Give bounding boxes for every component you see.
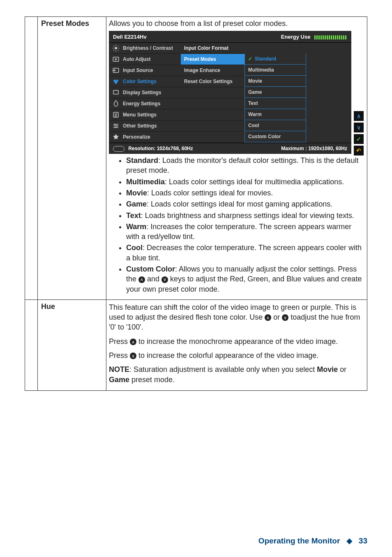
menu-energy-settings[interactable]: Energy Settings <box>109 98 181 109</box>
footer-title: Operating the Monitor <box>258 536 340 545</box>
up-key-icon: ∧ <box>138 276 145 283</box>
svg-point-23 <box>116 125 118 126</box>
bullet-text: Text: Loads brightness and sharpness set… <box>126 211 362 220</box>
bullet-multimedia: Multimedia: Loads color settings ideal f… <box>126 177 362 187</box>
row-label-preset: Preset Modes <box>38 17 106 300</box>
osd-up-button[interactable]: ∧ <box>354 111 364 121</box>
sub-image-enhance[interactable]: Image Enhance <box>181 65 244 76</box>
hue-p1: This feature can shift the color of the … <box>109 302 364 332</box>
menu-input-source[interactable]: Input Source <box>109 65 181 76</box>
osd-energy-label: Energy Use <box>281 34 311 40</box>
menu-menu-settings[interactable]: Menu Settings <box>109 109 181 121</box>
sub-preset-modes[interactable]: Preset Modes <box>181 54 244 65</box>
sub-empty <box>181 109 244 121</box>
menu-settings-icon <box>112 111 120 118</box>
opt-multimedia[interactable]: Multimedia <box>244 65 306 76</box>
sub-empty <box>181 87 244 98</box>
osd-maximum: Maximum : 1920x1080, 60Hz <box>281 145 347 152</box>
opt-warm[interactable]: Warm <box>244 109 306 120</box>
opt-custom[interactable]: Custom Color <box>244 131 306 142</box>
up-key-icon: ∧ <box>265 314 271 321</box>
sub-reset-color[interactable]: Reset Color Settings <box>181 76 244 87</box>
osd-options: ✓ Standard Multimedia Movie Game Text Wa… <box>244 43 306 143</box>
menu-personalize[interactable]: Personalize <box>109 132 181 143</box>
osd-screenshot: Dell E2214Hv Energy Use Brightness / Con… <box>109 31 351 154</box>
down-key-icon: ∨ <box>130 353 136 359</box>
display-settings-icon <box>112 89 120 96</box>
svg-point-24 <box>115 127 116 128</box>
sub-header: Input Color Format <box>181 43 244 54</box>
footer-separator-icon: ◆ <box>346 536 353 545</box>
personalize-icon <box>112 133 120 141</box>
svg-rect-14 <box>113 91 118 94</box>
osd-sub-menu: Input Color Format Preset Modes Image En… <box>181 43 244 143</box>
settings-table: Preset Modes Allows you to choose from a… <box>25 16 367 391</box>
svg-line-7 <box>113 50 114 51</box>
menu-color-settings[interactable]: Color Settings <box>109 76 181 87</box>
opt-text[interactable]: Text <box>244 98 306 109</box>
bullet-cool: Cool: Decreases the color temperature. T… <box>126 243 362 263</box>
bullet-standard: Standard: Loads the monitor's default co… <box>126 155 362 176</box>
bullet-warm: Warm: Increases the color temperature. T… <box>126 222 362 242</box>
opt-spacer <box>244 43 306 53</box>
row-label-hue: Hue <box>38 299 106 390</box>
auto-adjust-icon <box>112 56 120 63</box>
hue-p2: Press ∧ to increase the monochrome appea… <box>109 337 364 346</box>
menu-other-settings[interactable]: Other Settings <box>109 121 181 132</box>
opt-movie[interactable]: Movie <box>244 76 306 87</box>
svg-point-13 <box>115 81 117 84</box>
row-content-hue: This feature can shift the color of the … <box>106 299 367 390</box>
sub-empty <box>181 121 244 132</box>
menu-brightness[interactable]: Brightness / Contrast <box>109 43 181 54</box>
hue-p3: Press ∨ to increase the colorful appeara… <box>109 350 364 360</box>
osd-main-menu: Brightness / Contrast Auto Adjust Input … <box>109 43 181 143</box>
bullet-movie: Movie: Loads color settings ideal for mo… <box>126 188 362 198</box>
svg-line-5 <box>113 46 114 46</box>
osd-down-button[interactable]: ∨ <box>354 123 364 132</box>
brightness-icon <box>112 44 120 52</box>
other-settings-icon <box>112 122 120 130</box>
row-indent <box>25 299 38 390</box>
hue-note: NOTE: Saturation adjustment is available… <box>109 364 364 385</box>
menu-auto-adjust[interactable]: Auto Adjust <box>109 54 181 65</box>
opt-game[interactable]: Game <box>244 87 306 98</box>
osd-resolution: Resolution: 1024x768, 60Hz <box>128 146 193 151</box>
row-indent <box>25 17 38 300</box>
color-settings-icon <box>112 78 120 85</box>
up-key-icon: ∧ <box>130 339 136 345</box>
svg-line-8 <box>118 46 119 46</box>
bullet-game: Game: Loads color settings ideal for mos… <box>126 199 362 209</box>
sub-empty <box>181 132 244 143</box>
menu-display-settings[interactable]: Display Settings <box>109 87 181 98</box>
preset-intro: Allows you to choose from a list of pres… <box>109 19 364 28</box>
check-icon: ✓ <box>248 56 252 62</box>
osd-model: Dell E2214Hv <box>113 33 147 41</box>
down-key-icon: ∨ <box>282 314 288 321</box>
energy-settings-icon <box>112 100 120 107</box>
opt-cool[interactable]: Cool <box>244 120 306 131</box>
footer-page-number: 33 <box>359 536 367 545</box>
opt-standard[interactable]: ✓ Standard <box>244 53 306 65</box>
input-source-icon <box>112 67 120 74</box>
sub-empty <box>181 98 244 109</box>
svg-line-6 <box>118 50 119 51</box>
row-content-preset: Allows you to choose from a list of pres… <box>106 17 367 300</box>
bullet-custom: Custom Color: Allows you to manually adj… <box>126 264 362 294</box>
energy-bar-icon <box>314 35 347 39</box>
preset-bullets: Standard: Loads the monitor's default co… <box>119 155 364 294</box>
svg-point-22 <box>114 124 115 125</box>
page-footer: Operating the Monitor ◆ 33 <box>258 536 367 545</box>
svg-point-0 <box>115 47 117 49</box>
osd-ok-button[interactable]: ✓ <box>354 134 364 144</box>
osd-back-button[interactable]: ↶ <box>354 146 364 155</box>
down-key-icon: ∨ <box>161 276 168 283</box>
resolution-icon <box>113 146 125 152</box>
